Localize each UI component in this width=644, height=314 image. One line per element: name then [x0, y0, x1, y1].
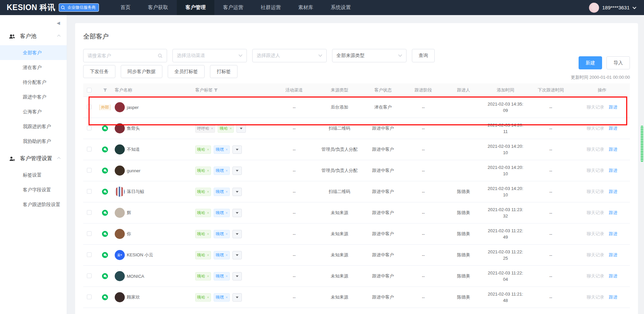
nav-item-素材库[interactable]: 素材库	[289, 0, 322, 15]
sidebar-item-潜在客户[interactable]: 潜在客户	[0, 60, 67, 75]
source-type-select[interactable]: 全部来源类型	[332, 49, 407, 62]
more-tags-button[interactable]	[232, 209, 242, 217]
row-select[interactable]	[83, 147, 95, 152]
sidebar-group-客户管理设置[interactable]: 客户管理设置	[0, 148, 67, 168]
row-checkbox[interactable]	[87, 147, 92, 151]
filter-icon[interactable]	[103, 88, 107, 92]
bulk-button-打标签[interactable]: 打标签	[210, 65, 237, 78]
customer-name-cell[interactable]: 云+KESION 小云	[115, 250, 195, 260]
sidebar-item-客户字段设置[interactable]: 客户字段设置	[0, 182, 67, 197]
row-select[interactable]	[83, 105, 95, 110]
nav-item-系统设置[interactable]: 系统设置	[322, 0, 360, 15]
tag-remove-icon[interactable]: ×	[207, 253, 209, 257]
follow-link[interactable]: 跟进	[609, 231, 618, 236]
create-button[interactable]: 新建	[579, 56, 602, 69]
import-button[interactable]: 导入	[606, 56, 630, 69]
more-tags-button[interactable]	[232, 230, 242, 238]
tag-remove-icon[interactable]: ×	[225, 232, 227, 236]
sidebar-item-跟进中客户[interactable]: 跟进中客户	[0, 89, 67, 104]
customer-name-cell[interactable]: 鱼骨头	[115, 123, 195, 133]
row-select[interactable]	[83, 210, 95, 216]
query-button[interactable]: 查询	[412, 49, 435, 62]
tag-remove-icon[interactable]: ×	[225, 147, 227, 151]
tag-remove-icon[interactable]: ×	[229, 126, 231, 130]
customer-name-cell[interactable]: 不知道	[115, 144, 195, 154]
sidebar-item-待分配客户[interactable]: 待分配客户	[0, 75, 67, 89]
row-select[interactable]	[83, 273, 95, 279]
sidebar-item-我协助的客户[interactable]: 我协助的客户	[0, 134, 67, 148]
row-checkbox[interactable]	[87, 126, 92, 130]
row-checkbox[interactable]	[87, 295, 92, 299]
filter-icon[interactable]	[214, 88, 218, 92]
chat-record-link[interactable]: 聊天记录	[587, 252, 604, 257]
follow-link[interactable]: 跟进	[609, 252, 618, 257]
search-icon[interactable]	[158, 53, 163, 58]
chat-record-link[interactable]: 聊天记录	[587, 189, 604, 194]
row-select[interactable]	[83, 189, 95, 195]
customer-name-cell[interactable]: 落日与鲸	[115, 187, 195, 197]
customer-name-cell[interactable]: jasper	[115, 102, 195, 112]
tag-remove-icon[interactable]: ×	[211, 126, 213, 130]
customer-name-cell[interactable]: gunner	[115, 166, 195, 176]
more-tags-button[interactable]	[232, 272, 242, 280]
nav-item-客户获取[interactable]: 客户获取	[139, 0, 177, 15]
nav-item-社群运营[interactable]: 社群运营	[252, 0, 289, 15]
follow-link[interactable]: 跟进	[609, 147, 618, 152]
sidebar-group-客户池[interactable]: 客户池	[0, 26, 67, 45]
chat-record-link[interactable]: 聊天记录	[587, 147, 604, 152]
row-checkbox[interactable]	[87, 168, 92, 173]
sidebar-collapse[interactable]: ◀	[0, 15, 67, 26]
more-tags-button[interactable]	[236, 124, 246, 133]
customer-name-cell[interactable]: MONICA	[115, 271, 195, 281]
tag-remove-icon[interactable]: ×	[225, 190, 227, 194]
chat-record-link[interactable]: 聊天记录	[587, 168, 604, 173]
tag-remove-icon[interactable]: ×	[207, 169, 209, 173]
follow-link[interactable]: 跟进	[609, 105, 618, 110]
more-tags-button[interactable]	[232, 167, 242, 175]
tag-remove-icon[interactable]: ×	[225, 253, 227, 257]
bulk-button-同步客户数据[interactable]: 同步客户数据	[121, 65, 162, 78]
sidebar-item-全部客户[interactable]: 全部客户	[0, 45, 67, 60]
more-tags-button[interactable]	[232, 188, 242, 196]
more-tags-button[interactable]	[232, 251, 242, 259]
customer-name-cell[interactable]: 辉	[115, 208, 195, 218]
row-checkbox[interactable]	[87, 210, 92, 215]
more-tags-button[interactable]	[232, 145, 242, 154]
customer-name-cell[interactable]: 你	[115, 229, 195, 239]
customer-name-cell[interactable]: 顾家欣	[115, 292, 195, 302]
tag-remove-icon[interactable]: ×	[207, 211, 209, 215]
tag-remove-icon[interactable]: ×	[207, 190, 209, 194]
sidebar-item-客户跟进阶段设置[interactable]: 客户跟进阶段设置	[0, 197, 67, 212]
follow-link[interactable]: 跟进	[609, 273, 618, 278]
tag-remove-icon[interactable]: ×	[207, 295, 209, 299]
row-checkbox[interactable]	[87, 231, 92, 236]
header-type-filter[interactable]	[95, 88, 115, 92]
sidebar-item-公海客户[interactable]: 公海客户	[0, 104, 67, 119]
tag-remove-icon[interactable]: ×	[207, 232, 209, 236]
user-avatar[interactable]	[589, 3, 599, 13]
sidebar-item-我跟进的客户[interactable]: 我跟进的客户	[0, 119, 67, 134]
tag-remove-icon[interactable]: ×	[225, 169, 227, 173]
follow-link[interactable]: 跟进	[609, 189, 618, 194]
tag-remove-icon[interactable]: ×	[225, 211, 227, 215]
tag-remove-icon[interactable]: ×	[207, 147, 209, 151]
chat-record-link[interactable]: 聊天记录	[587, 210, 604, 215]
tag-remove-icon[interactable]: ×	[225, 274, 227, 278]
chat-record-link[interactable]: 聊天记录	[587, 295, 604, 300]
bulk-button-下发任务[interactable]: 下发任务	[83, 65, 115, 78]
follower-select[interactable]: 选择跟进人	[252, 49, 327, 62]
row-checkbox[interactable]	[87, 273, 92, 278]
chat-record-link[interactable]: 聊天记录	[587, 273, 604, 278]
follow-link[interactable]: 跟进	[609, 126, 618, 131]
row-select[interactable]	[83, 295, 95, 300]
scrollbar-thumb[interactable]	[641, 126, 643, 162]
row-select[interactable]	[83, 252, 95, 258]
channel-select[interactable]: 选择活动渠道	[172, 49, 247, 62]
nav-item-首页[interactable]: 首页	[112, 0, 139, 15]
row-select[interactable]	[83, 231, 95, 237]
follow-link[interactable]: 跟进	[609, 168, 618, 173]
tag-remove-icon[interactable]: ×	[225, 295, 227, 299]
row-select[interactable]	[83, 168, 95, 174]
nav-item-客户管理[interactable]: 客户管理	[177, 0, 214, 15]
sidebar-item-标签设置[interactable]: 标签设置	[0, 168, 67, 182]
